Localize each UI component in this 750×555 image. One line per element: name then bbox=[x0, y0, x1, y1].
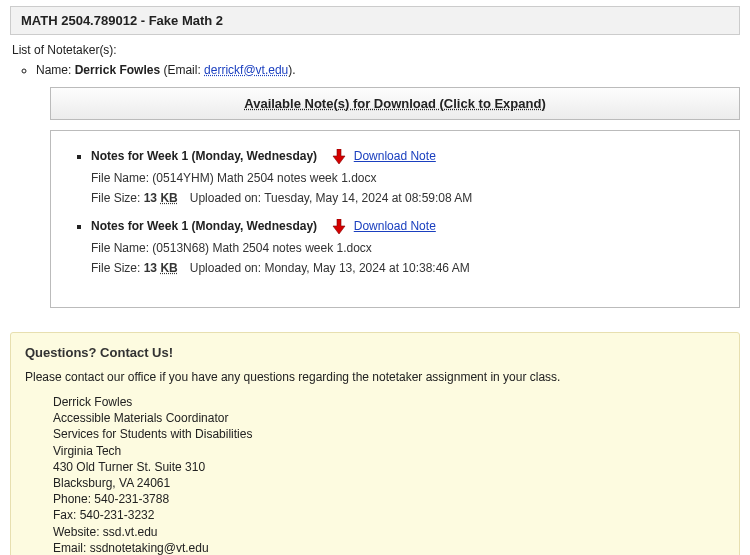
download-note-link[interactable]: Download Note bbox=[354, 219, 436, 233]
contact-email: Email: ssdnotetaking@vt.edu bbox=[53, 540, 725, 555]
contact-box: Questions? Contact Us! Please contact ou… bbox=[10, 332, 740, 555]
notetaker-name: Derrick Fowles bbox=[75, 63, 160, 77]
notetaker-item: Name: Derrick Fowles (Email: derrickf@vt… bbox=[36, 63, 740, 77]
notetaker-list-label: List of Notetaker(s): bbox=[12, 43, 740, 57]
download-arrow-icon bbox=[332, 149, 346, 165]
contact-dept: Services for Students with Disabilities bbox=[53, 426, 725, 442]
contact-phone: Phone: 540-231-3788 bbox=[53, 491, 725, 507]
uploaded-value: Tuesday, May 14, 2024 at 08:59:08 AM bbox=[264, 191, 472, 205]
file-name-label: File Name: bbox=[91, 171, 152, 185]
contact-title: Accessible Materials Coordinator bbox=[53, 410, 725, 426]
file-name-value: (0513N68) Math 2504 notes week 1.docx bbox=[152, 241, 371, 255]
file-size-unit: KB bbox=[160, 261, 177, 275]
contact-fax: Fax: 540-231-3232 bbox=[53, 507, 725, 523]
file-size-value: 13 bbox=[144, 261, 161, 275]
file-size-unit: KB bbox=[160, 191, 177, 205]
contact-citystate: Blacksburg, VA 24061 bbox=[53, 475, 725, 491]
notetaker-section: List of Notetaker(s): Name: Derrick Fowl… bbox=[10, 43, 740, 308]
note-title: Notes for Week 1 (Monday, Wednesday) bbox=[91, 149, 317, 163]
uploaded-value: Monday, May 13, 2024 at 10:38:46 AM bbox=[264, 261, 469, 275]
email-suffix-label: ). bbox=[288, 63, 295, 77]
notes-container: Notes for Week 1 (Monday, Wednesday) Dow… bbox=[50, 130, 740, 308]
contact-name: Derrick Fowles bbox=[53, 394, 725, 410]
download-arrow-icon bbox=[332, 219, 346, 235]
expand-notes-bar[interactable]: Available Note(s) for Download (Click to… bbox=[50, 87, 740, 120]
contact-university: Virginia Tech bbox=[53, 443, 725, 459]
note-title: Notes for Week 1 (Monday, Wednesday) bbox=[91, 219, 317, 233]
course-header: MATH 2504.789012 - Fake Math 2 bbox=[10, 6, 740, 35]
name-prefix-label: Name: bbox=[36, 63, 75, 77]
file-size-label: File Size: bbox=[91, 261, 144, 275]
note-item: Notes for Week 1 (Monday, Wednesday) Dow… bbox=[91, 149, 719, 205]
note-item: Notes for Week 1 (Monday, Wednesday) Dow… bbox=[91, 219, 719, 275]
file-size-label: File Size: bbox=[91, 191, 144, 205]
file-name-value: (0514YHM) Math 2504 notes week 1.docx bbox=[152, 171, 376, 185]
uploaded-label: Uploaded on: bbox=[190, 191, 265, 205]
contact-intro: Please contact our office if you have an… bbox=[25, 370, 725, 384]
expand-notes-label: Available Note(s) for Download (Click to… bbox=[244, 96, 545, 111]
download-note-link[interactable]: Download Note bbox=[354, 149, 436, 163]
uploaded-label: Uploaded on: bbox=[190, 261, 265, 275]
file-name-label: File Name: bbox=[91, 241, 152, 255]
contact-heading: Questions? Contact Us! bbox=[25, 345, 725, 360]
contact-street: 430 Old Turner St. Suite 310 bbox=[53, 459, 725, 475]
file-size-value: 13 bbox=[144, 191, 161, 205]
contact-info-block: Derrick Fowles Accessible Materials Coor… bbox=[53, 394, 725, 555]
email-prefix-label: (Email: bbox=[160, 63, 204, 77]
notetaker-email-link[interactable]: derrickf@vt.edu bbox=[204, 63, 288, 77]
contact-website: Website: ssd.vt.edu bbox=[53, 524, 725, 540]
